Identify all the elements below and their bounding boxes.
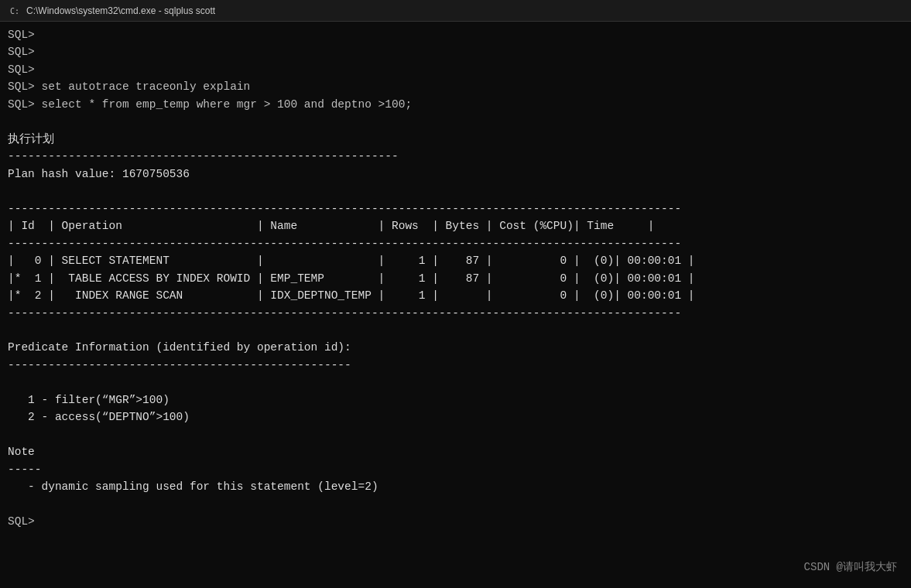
line-set-autotrace: SQL> set autotrace traceonly explain xyxy=(8,78,903,95)
line-table-header: | Id | Operation | Name | Rows | Bytes |… xyxy=(8,217,903,234)
line-empty6 xyxy=(8,496,903,513)
line-predicate-sep: ----------------------------------------… xyxy=(8,357,903,374)
line-empty3 xyxy=(8,322,903,339)
line-separator1: ----------------------------------------… xyxy=(8,148,903,165)
line-table-top: ----------------------------------------… xyxy=(8,200,903,217)
line-filter: 1 - filter(“MGR”>100) xyxy=(8,391,903,409)
line-table-row2: |* 2 | INDEX RANGE SCAN | IDX_DEPTNO_TEM… xyxy=(8,287,903,304)
title-bar-text: C:\Windows\system32\cmd.exe - sqlplus sc… xyxy=(26,5,215,16)
line-note-label: Note xyxy=(8,443,903,460)
watermark: CSDN @请叫我大虾 xyxy=(804,560,897,574)
line-table-row1: |* 1 | TABLE ACCESS BY INDEX ROWID | EMP… xyxy=(8,270,903,287)
line-empty2 xyxy=(8,183,903,200)
line-empty1 xyxy=(8,113,903,130)
line-sql1: SQL> xyxy=(8,26,903,43)
line-sql-final: SQL> xyxy=(8,513,903,530)
line-sql2: SQL> xyxy=(8,43,903,60)
line-sql3: SQL> xyxy=(8,61,903,78)
terminal: SQL> SQL> SQL> SQL> set autotrace traceo… xyxy=(0,22,911,588)
line-table-row0: | 0 | SELECT STATEMENT | | 1 | 87 | 0 | … xyxy=(8,252,903,269)
line-empty4 xyxy=(8,374,903,391)
line-note-sep: ----- xyxy=(8,461,903,478)
line-table-bottom: ----------------------------------------… xyxy=(8,305,903,322)
svg-text:C:\: C:\ xyxy=(10,7,19,15)
line-note-text: - dynamic sampling used for this stateme… xyxy=(8,478,903,495)
title-bar: C:\ C:\Windows\system32\cmd.exe - sqlplu… xyxy=(0,0,911,22)
line-select-query: SQL> select * from emp_temp where mgr > … xyxy=(8,96,903,113)
line-table-div: ----------------------------------------… xyxy=(8,235,903,252)
line-empty5 xyxy=(8,426,903,443)
line-access: 2 - access(“DEPTNO”>100) xyxy=(8,409,903,426)
line-plan-hash: Plan hash value: 1670750536 xyxy=(8,166,903,183)
line-exec-plan-label: 执行计划 xyxy=(8,131,903,148)
cmd-icon: C:\ xyxy=(8,5,20,17)
line-predicate-header: Predicate Information (identified by ope… xyxy=(8,339,903,356)
